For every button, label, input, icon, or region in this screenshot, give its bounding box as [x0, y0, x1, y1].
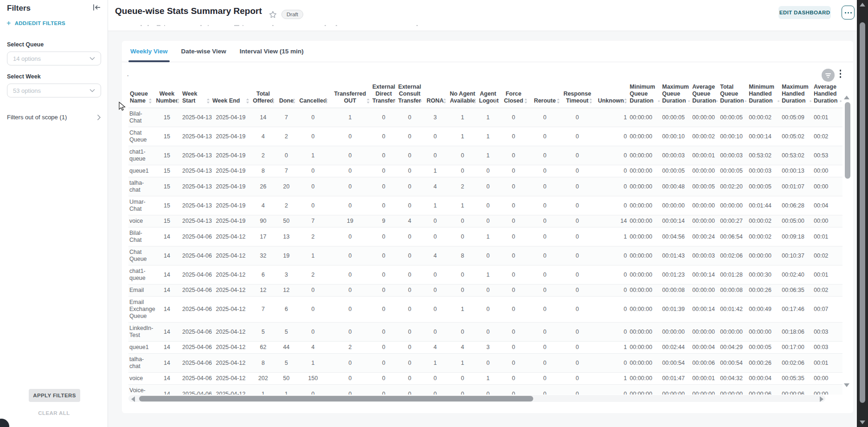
- table-scroll-right-icon[interactable]: [820, 396, 823, 402]
- sort-icon[interactable]: [778, 100, 779, 102]
- sort-icon[interactable]: [420, 100, 422, 102]
- scroll-down-icon[interactable]: [860, 421, 865, 424]
- table-cell: 00:53: [812, 146, 842, 165]
- sort-icon[interactable]: [206, 98, 211, 104]
- table-cell: 00:02:40: [780, 265, 812, 285]
- table-scroll-down-icon[interactable]: [844, 383, 849, 387]
- column-header[interactable]: Response Timeout: [561, 82, 594, 108]
- chevron-right-icon: [97, 114, 101, 121]
- column-header[interactable]: RONA: [423, 82, 447, 108]
- table-scroll-up-icon[interactable]: [844, 96, 849, 99]
- column-header[interactable]: Minimum Queue Duration: [628, 82, 661, 108]
- column-header[interactable]: Maximum Queue Duration: [661, 82, 691, 108]
- table-cell: 7: [276, 165, 297, 177]
- sort-icon[interactable]: [148, 98, 153, 104]
- sort-icon[interactable]: [624, 98, 628, 104]
- add-edit-filters-button[interactable]: + ADD/EDIT FILTERS: [6, 20, 65, 26]
- sort-icon[interactable]: [494, 98, 498, 104]
- edit-dashboard-button[interactable]: EDIT DASHBOARD: [779, 6, 831, 19]
- table-menu-icon[interactable]: [840, 70, 842, 78]
- column-header[interactable]: No Agent Available: [447, 82, 478, 108]
- table-row: voice152025-04-132025-04-199050719940000…: [128, 215, 842, 227]
- week-select[interactable]: 53 options: [7, 84, 101, 97]
- column-header[interactable]: Week End: [211, 82, 250, 108]
- sort-icon[interactable]: [366, 98, 370, 104]
- table-cell: 4: [297, 342, 329, 354]
- table-cell: 6: [250, 265, 276, 285]
- sort-icon[interactable]: [473, 98, 477, 104]
- column-header[interactable]: Total Offered: [250, 82, 276, 108]
- browser-scrollbar[interactable]: [857, 0, 868, 427]
- tab-interval-view[interactable]: Interval View (15 min): [238, 41, 306, 62]
- tab-weekly-view[interactable]: Weekly View: [128, 41, 170, 62]
- apply-filters-button[interactable]: APPLY FILTERS: [29, 389, 80, 402]
- sort-icon[interactable]: [292, 98, 296, 104]
- column-header[interactable]: Average Queue Duration: [691, 82, 719, 108]
- table-row: Umar-Chat152025-04-132025-04-19420000110…: [128, 196, 842, 215]
- column-header[interactable]: Cancelled: [297, 82, 329, 108]
- star-icon[interactable]: [269, 11, 277, 20]
- column-header[interactable]: Minimum Handled Duration: [747, 82, 780, 108]
- clear-all-button[interactable]: CLEAR ALL: [0, 410, 108, 416]
- sort-icon[interactable]: [443, 98, 447, 104]
- sort-icon[interactable]: [810, 100, 811, 102]
- sort-icon[interactable]: [589, 98, 593, 104]
- table-cell: LinkedIn-Test: [128, 323, 153, 342]
- table-cell: 0: [329, 373, 371, 385]
- sort-icon[interactable]: [246, 98, 250, 104]
- table-cell: 0: [371, 265, 396, 285]
- collapse-sidebar-icon[interactable]: [93, 4, 101, 13]
- sort-icon[interactable]: [688, 100, 690, 102]
- scroll-up-icon[interactable]: [860, 3, 865, 6]
- sort-icon[interactable]: [716, 100, 718, 102]
- column-header[interactable]: Unknown: [594, 82, 628, 108]
- column-header[interactable]: Agent Logout: [478, 82, 498, 108]
- table-cell: 1: [478, 373, 498, 385]
- column-header[interactable]: Reroute: [529, 82, 561, 108]
- sort-icon[interactable]: [745, 100, 747, 102]
- column-header[interactable]: Week Start: [181, 82, 211, 108]
- sort-icon[interactable]: [556, 98, 561, 104]
- table-filter-button[interactable]: [822, 69, 835, 82]
- sort-icon[interactable]: [524, 98, 528, 104]
- more-options-button[interactable]: [842, 6, 855, 19]
- queue-select[interactable]: 14 options: [7, 52, 101, 65]
- column-header[interactable]: Force Closed: [498, 82, 529, 108]
- column-header[interactable]: External Consult Transfer: [396, 82, 423, 108]
- tab-date-wise-view[interactable]: Date-wise View: [179, 41, 228, 62]
- table-cell: 7: [297, 215, 329, 227]
- filters-out-of-scope[interactable]: Filters out of scope (1): [7, 114, 101, 121]
- table-cell: 0: [561, 297, 594, 323]
- column-header[interactable]: Queue Name: [128, 82, 153, 108]
- column-header[interactable]: Average Handled Duration: [812, 82, 842, 108]
- table-cell: 0: [396, 146, 423, 165]
- table-cell: 0: [447, 215, 478, 227]
- sort-icon[interactable]: [176, 98, 180, 104]
- column-header[interactable]: External Direct Transfer: [371, 82, 396, 108]
- column-header[interactable]: Transferred OUT: [329, 82, 371, 108]
- table-cell: 4: [423, 342, 447, 354]
- table-cell: 0: [396, 108, 423, 127]
- table-cell: 14: [153, 265, 181, 285]
- sort-icon[interactable]: [271, 98, 275, 104]
- column-header[interactable]: Maximum Handled Duration: [780, 82, 812, 108]
- sort-icon[interactable]: [325, 98, 329, 104]
- table-cell: 2025-04-06: [181, 373, 211, 385]
- column-header[interactable]: Week Number: [153, 82, 181, 108]
- table-vertical-scrollbar[interactable]: [845, 102, 850, 179]
- sort-icon[interactable]: [394, 100, 396, 102]
- table-cell: 2025-04-12: [211, 265, 250, 285]
- table-cell: 00:04:56: [661, 227, 691, 246]
- table-scroll-left-icon[interactable]: [131, 396, 135, 402]
- sort-icon[interactable]: [658, 100, 660, 102]
- table-cell: 0: [529, 297, 561, 323]
- table-cell: 2025-04-19: [211, 165, 250, 177]
- column-header[interactable]: Total Queue Duration: [719, 82, 747, 108]
- sort-icon[interactable]: [840, 100, 842, 102]
- table-cell: 0: [529, 108, 561, 127]
- table-horizontal-scrollbar[interactable]: [139, 396, 533, 401]
- browser-scrollbar-thumb[interactable]: [860, 22, 865, 403]
- table-cell: 0: [396, 297, 423, 323]
- column-header[interactable]: Done: [276, 82, 297, 108]
- table-cell: 0: [396, 165, 423, 177]
